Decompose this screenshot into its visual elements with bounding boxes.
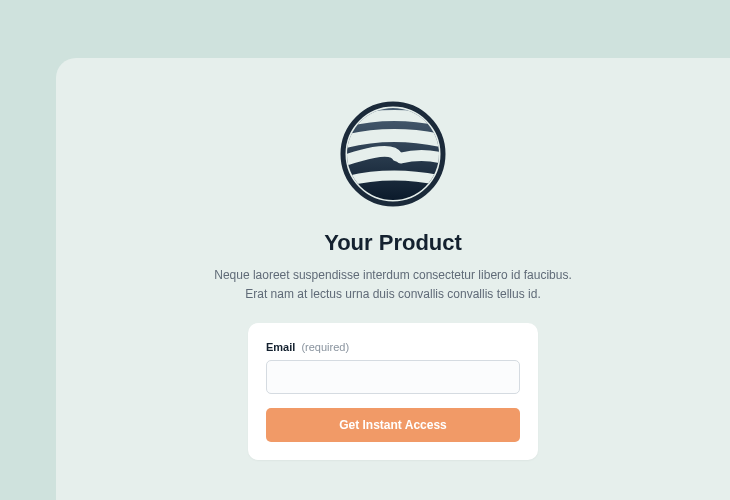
planet-logo-icon: [339, 100, 447, 208]
submit-button[interactable]: Get Instant Access: [266, 408, 520, 442]
email-required-hint: (required): [301, 341, 349, 353]
hero-card: Your Product Neque laoreet suspendisse i…: [56, 58, 730, 500]
email-field[interactable]: [266, 360, 520, 394]
product-logo: [339, 100, 447, 208]
signup-form: Email (required) Get Instant Access: [248, 323, 538, 460]
product-title: Your Product: [324, 230, 462, 256]
product-description: Neque laoreet suspendisse interdum conse…: [213, 266, 573, 303]
email-label-row: Email (required): [266, 341, 520, 353]
email-label: Email: [266, 341, 295, 353]
